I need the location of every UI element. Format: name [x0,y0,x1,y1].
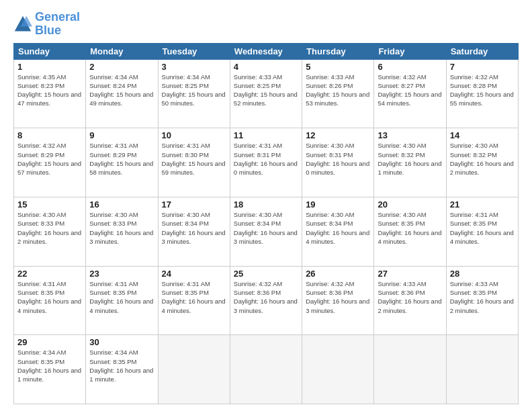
calendar-day-cell: 12Sunrise: 4:30 AMSunset: 8:31 PMDayligh… [302,128,374,197]
calendar-day-cell [374,335,446,404]
day-number: 16 [89,199,154,210]
calendar-day-cell: 25Sunrise: 4:32 AMSunset: 8:36 PMDayligh… [230,266,302,335]
calendar-day-cell: 15Sunrise: 4:30 AMSunset: 8:33 PMDayligh… [14,197,86,266]
calendar-day-cell: 11Sunrise: 4:31 AMSunset: 8:31 PMDayligh… [230,128,302,197]
calendar-day-cell: 3Sunrise: 4:34 AMSunset: 8:25 PMDaylight… [158,59,230,128]
weekday-header: Sunday [14,43,86,59]
calendar-week-row: 1Sunrise: 4:35 AMSunset: 8:23 PMDaylight… [14,59,519,128]
calendar-day-cell: 5Sunrise: 4:33 AMSunset: 8:26 PMDaylight… [302,59,374,128]
day-number: 21 [450,199,515,210]
day-number: 25 [234,269,298,279]
calendar-week-row: 29Sunrise: 4:34 AMSunset: 8:35 PMDayligh… [14,335,519,404]
calendar-day-cell [302,335,374,404]
calendar-day-cell: 18Sunrise: 4:30 AMSunset: 8:34 PMDayligh… [230,197,302,266]
day-info: Sunrise: 4:31 AMSunset: 8:30 PMDaylight:… [162,141,226,177]
calendar-day-cell: 19Sunrise: 4:30 AMSunset: 8:34 PMDayligh… [302,197,374,266]
day-number: 7 [450,62,515,72]
day-number: 12 [306,130,370,140]
calendar-day-cell: 13Sunrise: 4:30 AMSunset: 8:32 PMDayligh… [374,128,446,197]
day-number: 10 [162,130,226,140]
calendar-table: SundayMondayTuesdayWednesdayThursdayFrid… [13,43,519,404]
day-number: 13 [378,130,442,140]
calendar-week-row: 8Sunrise: 4:32 AMSunset: 8:29 PMDaylight… [14,128,519,197]
calendar-day-cell [158,335,230,404]
calendar-header-row: SundayMondayTuesdayWednesdayThursdayFrid… [14,43,519,59]
weekday-header: Tuesday [158,43,230,59]
calendar-day-cell: 28Sunrise: 4:33 AMSunset: 8:35 PMDayligh… [446,266,518,335]
calendar-day-cell: 22Sunrise: 4:31 AMSunset: 8:35 PMDayligh… [14,266,86,335]
calendar-day-cell [230,335,302,404]
weekday-header: Wednesday [230,43,302,59]
day-info: Sunrise: 4:31 AMSunset: 8:35 PMDaylight:… [17,279,82,315]
day-info: Sunrise: 4:32 AMSunset: 8:28 PMDaylight:… [450,73,515,108]
day-info: Sunrise: 4:31 AMSunset: 8:35 PMDaylight:… [450,210,515,246]
day-number: 5 [306,62,370,72]
weekday-header: Monday [86,43,158,59]
calendar-week-row: 15Sunrise: 4:30 AMSunset: 8:33 PMDayligh… [14,197,519,266]
day-number: 15 [17,199,82,210]
day-number: 27 [378,269,442,279]
day-info: Sunrise: 4:30 AMSunset: 8:34 PMDaylight:… [234,210,298,246]
day-info: Sunrise: 4:31 AMSunset: 8:31 PMDaylight:… [234,141,298,177]
day-number: 14 [450,130,515,140]
calendar-day-cell: 20Sunrise: 4:30 AMSunset: 8:35 PMDayligh… [374,197,446,266]
calendar-day-cell: 10Sunrise: 4:31 AMSunset: 8:30 PMDayligh… [158,128,230,197]
day-info: Sunrise: 4:34 AMSunset: 8:35 PMDaylight:… [89,348,154,383]
calendar-day-cell: 4Sunrise: 4:33 AMSunset: 8:25 PMDaylight… [230,59,302,128]
day-info: Sunrise: 4:30 AMSunset: 8:35 PMDaylight:… [378,210,442,246]
day-number: 11 [234,130,298,140]
day-number: 2 [89,62,154,72]
logo: General Blue [13,11,80,38]
calendar-day-cell: 14Sunrise: 4:30 AMSunset: 8:32 PMDayligh… [446,128,518,197]
day-number: 29 [17,337,82,347]
calendar-day-cell: 27Sunrise: 4:33 AMSunset: 8:36 PMDayligh… [374,266,446,335]
calendar-day-cell: 30Sunrise: 4:34 AMSunset: 8:35 PMDayligh… [86,335,158,404]
day-info: Sunrise: 4:34 AMSunset: 8:25 PMDaylight:… [162,73,226,108]
day-info: Sunrise: 4:30 AMSunset: 8:34 PMDaylight:… [306,210,370,246]
day-number: 18 [234,199,298,210]
day-info: Sunrise: 4:30 AMSunset: 8:34 PMDaylight:… [162,210,226,246]
day-info: Sunrise: 4:32 AMSunset: 8:36 PMDaylight:… [234,279,298,315]
logo-icon [13,15,32,34]
calendar-day-cell: 7Sunrise: 4:32 AMSunset: 8:28 PMDaylight… [446,59,518,128]
day-info: Sunrise: 4:33 AMSunset: 8:36 PMDaylight:… [378,279,442,315]
day-info: Sunrise: 4:30 AMSunset: 8:32 PMDaylight:… [450,141,515,177]
day-number: 26 [306,269,370,279]
day-info: Sunrise: 4:30 AMSunset: 8:33 PMDaylight:… [89,210,154,246]
day-number: 4 [234,62,298,72]
day-info: Sunrise: 4:30 AMSunset: 8:33 PMDaylight:… [17,210,82,246]
calendar-day-cell: 9Sunrise: 4:31 AMSunset: 8:29 PMDaylight… [86,128,158,197]
day-number: 22 [17,269,82,279]
calendar-day-cell [446,335,518,404]
day-info: Sunrise: 4:32 AMSunset: 8:29 PMDaylight:… [17,141,82,177]
day-info: Sunrise: 4:32 AMSunset: 8:27 PMDaylight:… [378,73,442,108]
page: General Blue SundayMondayTuesdayWednesda… [0,0,532,411]
day-number: 17 [162,199,226,210]
weekday-header: Thursday [302,43,374,59]
calendar-day-cell: 8Sunrise: 4:32 AMSunset: 8:29 PMDaylight… [14,128,86,197]
day-info: Sunrise: 4:31 AMSunset: 8:35 PMDaylight:… [162,279,226,315]
day-info: Sunrise: 4:34 AMSunset: 8:35 PMDaylight:… [17,348,82,383]
calendar-day-cell: 2Sunrise: 4:34 AMSunset: 8:24 PMDaylight… [86,59,158,128]
day-info: Sunrise: 4:33 AMSunset: 8:25 PMDaylight:… [234,73,298,108]
day-info: Sunrise: 4:31 AMSunset: 8:35 PMDaylight:… [89,279,154,315]
weekday-header: Friday [374,43,446,59]
day-info: Sunrise: 4:33 AMSunset: 8:26 PMDaylight:… [306,73,370,108]
calendar-day-cell: 6Sunrise: 4:32 AMSunset: 8:27 PMDaylight… [374,59,446,128]
calendar-day-cell: 21Sunrise: 4:31 AMSunset: 8:35 PMDayligh… [446,197,518,266]
header: General Blue [13,11,519,38]
day-info: Sunrise: 4:32 AMSunset: 8:36 PMDaylight:… [306,279,370,315]
calendar-day-cell: 29Sunrise: 4:34 AMSunset: 8:35 PMDayligh… [14,335,86,404]
day-info: Sunrise: 4:30 AMSunset: 8:31 PMDaylight:… [306,141,370,177]
calendar-day-cell: 24Sunrise: 4:31 AMSunset: 8:35 PMDayligh… [158,266,230,335]
day-number: 30 [89,337,154,347]
day-number: 1 [17,62,82,72]
calendar-day-cell: 1Sunrise: 4:35 AMSunset: 8:23 PMDaylight… [14,59,86,128]
day-info: Sunrise: 4:34 AMSunset: 8:24 PMDaylight:… [89,73,154,108]
logo-text: General Blue [35,11,80,38]
day-number: 23 [89,269,154,279]
day-info: Sunrise: 4:30 AMSunset: 8:32 PMDaylight:… [378,141,442,177]
day-number: 20 [378,199,442,210]
calendar-day-cell: 26Sunrise: 4:32 AMSunset: 8:36 PMDayligh… [302,266,374,335]
calendar-day-cell: 23Sunrise: 4:31 AMSunset: 8:35 PMDayligh… [86,266,158,335]
